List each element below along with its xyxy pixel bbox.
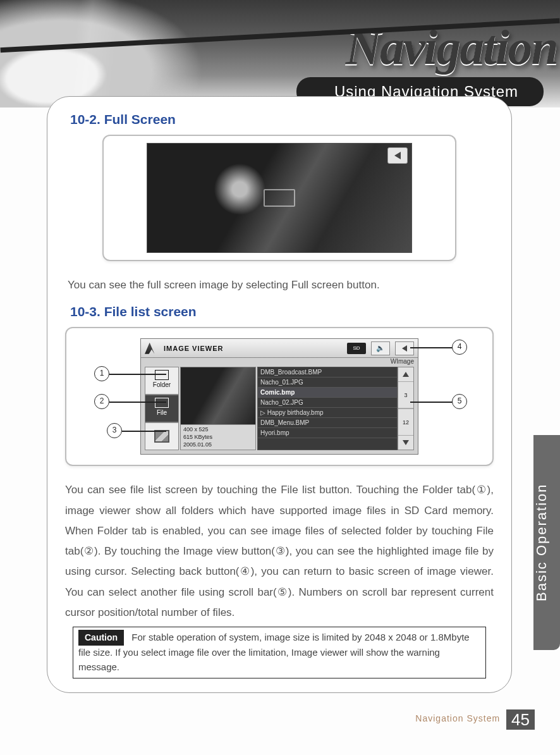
section-body-10-2: You can see the full screen image by sel…	[68, 275, 491, 295]
list-item[interactable]: Nacho_02.JPG	[258, 398, 397, 408]
file-list[interactable]: DMB_Broadcast.BMPNacho_01.JPGComic.bmpNa…	[257, 367, 398, 450]
preview-meta: 400 x 525 615 KBytes 2005.01.05	[180, 425, 256, 450]
titlebar-back-button[interactable]	[395, 341, 414, 355]
folder-tab[interactable]: Folder	[145, 367, 179, 395]
scroll-up-icon[interactable]	[398, 367, 413, 381]
preview-column: 400 x 525 615 KBytes 2005.01.05	[180, 367, 256, 450]
file-tab-label: File	[157, 409, 167, 416]
content-panel: 10-2. Full Screen You can see the full s…	[47, 96, 512, 693]
meta-dim: 400 x 525	[183, 426, 253, 434]
callout-2: 2	[94, 394, 109, 409]
section-side-tab: Basic Operation	[533, 435, 560, 650]
app-title: IMAGE VIEWER	[164, 345, 224, 352]
list-item[interactable]: DMB_Menu.BMP	[258, 418, 397, 428]
list-item[interactable]: DMB_Broadcast.BMP	[258, 367, 397, 378]
file-icon	[155, 398, 169, 408]
fullscreen-photo	[147, 143, 412, 253]
preview-thumbnail	[180, 367, 256, 425]
callout-3: 3	[107, 423, 122, 438]
titlebar: IMAGE VIEWER SD 🔈	[141, 339, 418, 358]
left-tab-column: Folder File	[145, 367, 179, 450]
app-logo-icon	[145, 343, 159, 354]
callout-5: 5	[452, 394, 467, 409]
footer-label: Navigation System	[409, 709, 506, 730]
scroll-down-icon[interactable]	[398, 436, 413, 450]
folder-tab-label: Folder	[153, 381, 171, 388]
brand-wordmark: Navigation	[346, 19, 557, 76]
callout-4: 4	[452, 340, 467, 355]
section-title-10-2: 10-2. Full Screen	[70, 112, 494, 127]
scroll-total: 12	[398, 408, 413, 436]
section-body-10-3: You can see file list screen by touching…	[65, 480, 494, 623]
folder-icon	[155, 370, 169, 380]
meta-date: 2005.01.05	[183, 441, 253, 449]
page-number: 45	[506, 709, 535, 730]
page-footer: Navigation System 45	[409, 709, 535, 730]
caution-tag: Caution	[78, 630, 124, 646]
image-view-button[interactable]	[145, 422, 179, 450]
callout-1: 1	[94, 366, 109, 381]
sd-card-icon: SD	[347, 343, 366, 354]
list-item[interactable]: Happy birthday.bmp	[258, 408, 397, 418]
section-title-10-3: 10-3. File list screen	[70, 304, 494, 319]
caution-text: For stable operation of system, image si…	[78, 632, 470, 672]
wimage-label: WImage	[391, 358, 414, 365]
caution-box: Caution For stable operation of system, …	[73, 627, 486, 678]
list-item[interactable]: Comic.bmp	[258, 388, 397, 398]
list-item[interactable]: Hyori.bmp	[258, 428, 397, 438]
figure-fullscreen	[102, 135, 456, 261]
back-button[interactable]	[387, 147, 408, 164]
sound-icon[interactable]: 🔈	[371, 341, 390, 355]
image-viewer-window: IMAGE VIEWER SD 🔈 WImage Folder File	[140, 338, 418, 455]
meta-size: 615 KBytes	[183, 434, 253, 441]
figure-filelist: IMAGE VIEWER SD 🔈 WImage Folder File	[65, 327, 494, 466]
scroll-bar[interactable]: 3 12	[398, 367, 414, 450]
scroll-pos: 3	[398, 381, 413, 408]
file-tab[interactable]: File	[145, 395, 179, 422]
list-item[interactable]: Nacho_01.JPG	[258, 378, 397, 388]
